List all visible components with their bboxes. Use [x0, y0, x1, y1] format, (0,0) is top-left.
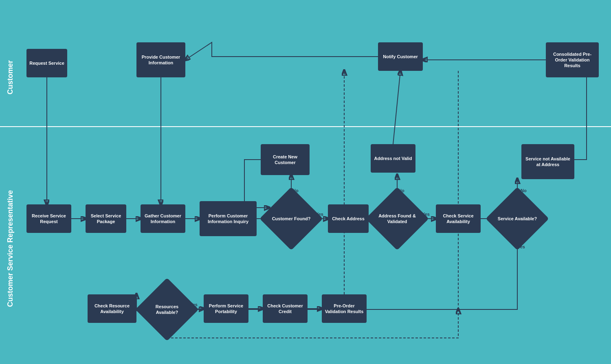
check-customer-credit-node[interactable]: Check Customer Credit — [263, 294, 308, 323]
notify-customer-node[interactable]: Notify Customer — [378, 42, 423, 71]
check-address-node[interactable]: Check Address — [328, 204, 369, 233]
select-service-package-node[interactable]: Select Service Package — [86, 204, 126, 233]
provide-customer-info-node[interactable]: Provide Customer Information — [136, 42, 185, 77]
pre-order-validation-node[interactable]: Pre-Order Validation Results — [322, 294, 367, 323]
no-label-address-found: No — [398, 188, 404, 193]
check-resource-availability-node[interactable]: Check Resource Availability — [88, 294, 136, 323]
svg-line-11 — [393, 71, 400, 144]
check-service-availability-node[interactable]: Check Service Availability — [436, 204, 481, 233]
no-label-customer-found: No — [292, 188, 299, 193]
yes-label-resources: Yes — [190, 302, 198, 307]
perform-inquiry-node[interactable]: Perform Customer Information Inquiry — [200, 201, 257, 236]
yes-label-customer-found: Yes — [316, 212, 323, 217]
no-label-service-available: No — [521, 188, 527, 193]
lane-label-customer: Customer — [6, 33, 15, 122]
lane-label-csr: Customer Service Representative — [6, 134, 15, 362]
address-not-valid-node[interactable]: Address not Valid — [371, 144, 415, 173]
no-label-resources: No — [169, 330, 175, 335]
consolidated-results-node[interactable]: Consolidated Pre-Order Validation Result… — [546, 42, 599, 77]
customer-found-diamond[interactable]: Customer Found? — [269, 196, 314, 241]
create-new-customer-node[interactable]: Create New Customer — [261, 144, 310, 175]
address-found-diamond[interactable]: Address Found & Validated — [375, 196, 420, 241]
perform-service-portability-node[interactable]: Perform Service Portability — [204, 294, 248, 323]
request-service-node[interactable]: Request Service — [26, 49, 67, 77]
receive-service-request-node[interactable]: Receive Service Request — [26, 204, 71, 233]
diagram-container: Customer Customer Service Representative — [0, 0, 611, 364]
service-not-available-node[interactable]: Service not Available at Address — [521, 144, 574, 179]
service-available-diamond[interactable]: Service Available? — [495, 196, 540, 241]
swim-divider — [0, 126, 611, 127]
gather-customer-info-node[interactable]: Gather Customer Information — [141, 204, 185, 233]
resources-available-diamond[interactable]: Resources Available? — [145, 287, 189, 332]
yes-label-service-available: Yes — [517, 244, 525, 249]
yes-label-address-found: Yes — [422, 212, 430, 217]
